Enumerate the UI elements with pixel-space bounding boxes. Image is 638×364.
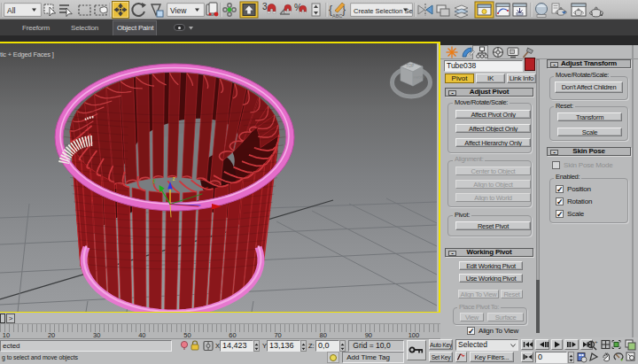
svg-text:tic + Edged Faces ]: tic + Edged Faces ] <box>0 50 54 58</box>
svg-text:View: View <box>170 6 187 15</box>
svg-text:z: z <box>173 175 175 182</box>
svg-text:TOP: TOP <box>406 64 414 68</box>
svg-text:ABC: ABC <box>332 13 342 19</box>
svg-text:x: x <box>206 185 208 190</box>
svg-text:FRONT: FRONT <box>413 74 426 80</box>
svg-text:Create Selection Se: Create Selection Se <box>354 7 413 15</box>
svg-text:All: All <box>7 6 16 15</box>
svg-text:+: + <box>595 339 598 345</box>
svg-text:3: 3 <box>262 2 268 12</box>
